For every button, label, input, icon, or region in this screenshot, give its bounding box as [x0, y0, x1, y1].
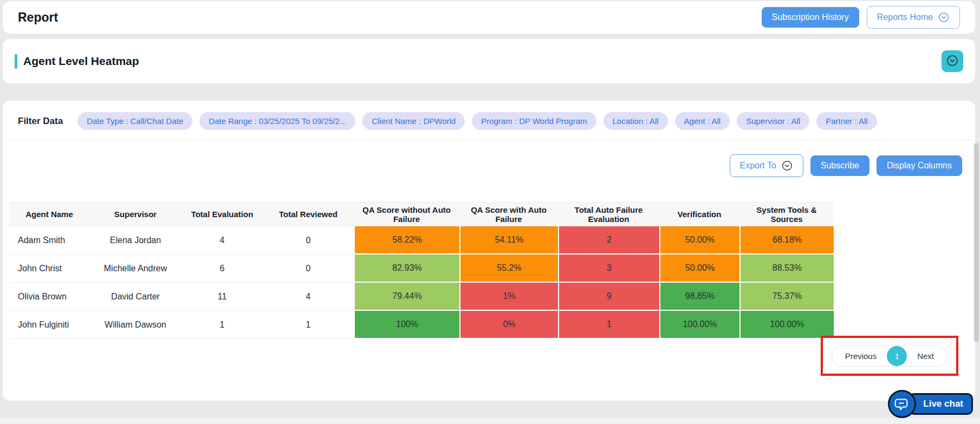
heatmap-cell: 79.44%	[354, 283, 459, 311]
table-row: John FulginitiWilliam Dawson11100%0%1100…	[9, 311, 834, 339]
table-row: Olivia BrownDavid Carter11479.44%1%998.8…	[9, 283, 834, 311]
table-cell: David Carter	[89, 283, 181, 311]
filter-chip[interactable]: Agent : All	[675, 112, 730, 130]
column-header: Agent Name	[9, 202, 89, 226]
export-to-label: Export To	[740, 161, 776, 171]
heatmap-cell: 98.85%	[659, 283, 739, 311]
section-title: Agent Level Heatmap	[23, 55, 139, 68]
section-header-card: Agent Level Heatmap	[3, 39, 975, 83]
table-cell: John Christ	[9, 255, 89, 283]
display-columns-label: Display Columns	[887, 161, 952, 171]
top-bar-actions: Subscription History Reports Home	[762, 6, 960, 29]
live-chat-button[interactable]: Live chat	[888, 390, 973, 418]
filter-data-label: Filter Data	[18, 116, 63, 127]
filter-chip[interactable]: Partner : All	[816, 112, 877, 130]
report-panel: Filter Data Date Type : Call/Chat DateDa…	[3, 101, 975, 401]
heatmap-cell: 58.22%	[354, 226, 459, 255]
heatmap-cell: 1	[558, 311, 659, 339]
filter-chip[interactable]: Date Range : 03/25/2025 To 09/25/2...	[199, 112, 355, 130]
footer-strip	[0, 418, 980, 424]
column-header: QA Score without Auto Failure	[354, 202, 459, 226]
table-cell: 0	[263, 255, 354, 283]
filter-chip-list: Date Type : Call/Chat DateDate Range : 0…	[77, 112, 877, 130]
table-cell: 1	[263, 311, 354, 339]
chevron-down-icon	[938, 11, 950, 23]
display-columns-button[interactable]: Display Columns	[877, 155, 962, 176]
subscription-history-button[interactable]: Subscription History	[762, 7, 859, 28]
filter-chip[interactable]: Program : DP World Program	[472, 112, 596, 130]
table-row: John ChristMichelle Andrew6082.93%55.2%3…	[9, 255, 834, 283]
table-row: Adam SmithElena Jordan4058.22%54.11%250.…	[9, 226, 834, 255]
table-header-row: Agent NameSupervisorTotal EvaluationTota…	[9, 202, 834, 226]
reports-home-button[interactable]: Reports Home	[867, 6, 960, 29]
chat-bubble-icon	[888, 390, 916, 418]
live-chat-label: Live chat	[908, 393, 973, 415]
table-cell: Adam Smith	[9, 226, 89, 255]
chevron-down-icon	[946, 54, 959, 69]
table-cell: 4	[181, 226, 263, 255]
heatmap-cell: 3	[558, 255, 659, 283]
heatmap-cell: 50.00%	[659, 255, 739, 283]
table-cell: 1	[181, 311, 263, 339]
heatmap-cell: 100.00%	[739, 311, 834, 339]
section-accent-bar	[15, 54, 17, 69]
filter-chip[interactable]: Client Name : DPWorld	[362, 112, 465, 130]
heatmap-cell: 88.53%	[739, 255, 834, 283]
chevron-down-icon	[781, 160, 793, 172]
table-cell: Olivia Brown	[9, 283, 89, 311]
table-cell: 0	[263, 226, 354, 255]
heatmap-cell: 82.93%	[354, 255, 459, 283]
reports-home-label: Reports Home	[877, 12, 933, 22]
subscribe-label: Subscribe	[821, 161, 859, 171]
column-header: Total Evaluation	[181, 202, 263, 226]
export-to-button[interactable]: Export To	[730, 154, 803, 177]
subscription-history-label: Subscription History	[772, 12, 849, 22]
heatmap-cell: 0%	[459, 311, 558, 339]
heatmap-cell: 2	[558, 226, 659, 255]
filter-chip[interactable]: Supervisor : All	[737, 112, 809, 130]
column-header: Total Auto Failure Evaluation	[558, 202, 659, 226]
table-cell: 11	[181, 283, 263, 311]
table-cell: William Dawson	[89, 311, 181, 339]
column-header: QA Score with Auto Failure	[459, 202, 558, 226]
filter-chip[interactable]: Date Type : Call/Chat Date	[77, 112, 192, 130]
table-toolbar: Export To Subscribe Display Columns	[3, 140, 975, 177]
previous-page-button[interactable]: Previous	[835, 351, 887, 361]
table-cell: John Fulginiti	[9, 311, 89, 339]
next-page-button[interactable]: Next	[907, 351, 944, 361]
scrollbar-thumb[interactable]	[974, 143, 979, 342]
column-header: Total Reviewed	[263, 202, 354, 226]
top-bar: Report Subscription History Reports Home	[3, 1, 975, 34]
heatmap-table: Agent NameSupervisorTotal EvaluationTota…	[9, 202, 834, 339]
section-collapse-button[interactable]	[942, 50, 963, 72]
table-cell: 6	[181, 255, 263, 283]
column-header: System Tools & Sources	[739, 202, 834, 226]
filter-row: Filter Data Date Type : Call/Chat DateDa…	[3, 101, 975, 140]
heatmap-cell: 1%	[459, 283, 558, 311]
column-header: Verification	[659, 202, 739, 226]
table-cell: Michelle Andrew	[89, 255, 181, 283]
annotation-rectangle: Previous 1 Next	[821, 336, 958, 376]
pagination: Previous 1 Next	[832, 345, 947, 367]
heatmap-cell: 54.11%	[459, 226, 558, 255]
heatmap-cell: 9	[558, 283, 659, 311]
current-page-button[interactable]: 1	[887, 346, 907, 366]
heatmap-cell: 100.00%	[659, 311, 739, 339]
heatmap-cell: 55.2%	[459, 255, 558, 283]
table-cell: 4	[263, 283, 354, 311]
heatmap-table-container: Agent NameSupervisorTotal EvaluationTota…	[9, 202, 834, 339]
heatmap-cell: 100%	[354, 311, 459, 339]
filter-chip[interactable]: Location : All	[603, 112, 668, 130]
table-cell: Elena Jordan	[89, 226, 181, 255]
page-title: Report	[18, 10, 58, 25]
column-header: Supervisor	[89, 202, 181, 226]
subscribe-button[interactable]: Subscribe	[810, 155, 869, 176]
heatmap-cell: 50.00%	[659, 226, 739, 255]
heatmap-cell: 68.18%	[739, 226, 834, 255]
heatmap-cell: 75.37%	[739, 283, 834, 311]
